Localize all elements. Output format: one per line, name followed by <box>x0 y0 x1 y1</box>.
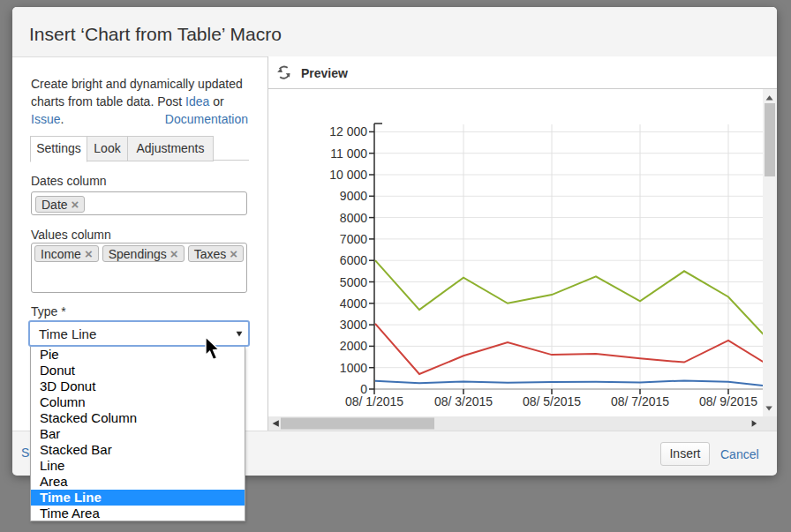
svg-text:1000: 1000 <box>340 361 367 375</box>
svg-text:3000: 3000 <box>340 318 367 332</box>
svg-text:08/ 7/2015: 08/ 7/2015 <box>611 394 669 408</box>
svg-text:08/ 5/2015: 08/ 5/2015 <box>523 394 581 408</box>
svg-text:9000: 9000 <box>340 189 367 203</box>
svg-text:2000: 2000 <box>340 339 367 353</box>
svg-text:8000: 8000 <box>340 211 367 225</box>
svg-text:11 000: 11 000 <box>330 146 367 161</box>
svg-text:10 000: 10 000 <box>329 168 367 182</box>
svg-text:12 000: 12 000 <box>329 124 367 139</box>
svg-text:7000: 7000 <box>340 232 367 246</box>
svg-text:08/ 9/2015: 08/ 9/2015 <box>699 394 757 408</box>
svg-text:5000: 5000 <box>340 275 367 289</box>
svg-text:4000: 4000 <box>340 296 367 311</box>
svg-text:6000: 6000 <box>340 253 367 267</box>
svg-text:08/ 1/2015: 08/ 1/2015 <box>345 394 403 408</box>
svg-text:08/ 3/2015: 08/ 3/2015 <box>434 394 493 408</box>
